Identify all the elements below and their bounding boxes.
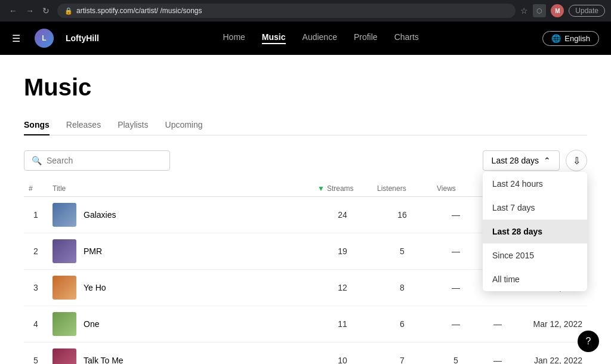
row-title: PMR xyxy=(48,233,313,270)
tab-releases[interactable]: Releases xyxy=(66,115,101,135)
url-text: artists.spotify.com/c/artist/ /music/son… xyxy=(76,7,202,15)
artist-avatar: L xyxy=(35,29,54,48)
row-streams: 19 xyxy=(313,233,372,270)
dropdown-last-28-days[interactable]: Last 28 days xyxy=(483,220,587,243)
search-icon: 🔍 xyxy=(32,156,42,165)
row-listeners: 16 xyxy=(372,197,432,233)
row-listeners: 7 xyxy=(372,343,432,365)
chevron-up-icon: ⌃ xyxy=(544,156,551,165)
browser-actions: ☆ ⬡ M Update xyxy=(520,4,605,17)
download-button[interactable]: ⇩ xyxy=(566,150,587,171)
browser-chrome: ← → ↻ 🔒 artists.spotify.com/c/artist/ /m… xyxy=(0,0,611,21)
tab-songs[interactable]: Songs xyxy=(24,115,50,135)
song-thumbnail xyxy=(53,312,76,336)
reload-button[interactable]: ↻ xyxy=(39,5,53,17)
col-header-title: Title xyxy=(48,181,313,197)
row-added: Jan 22, 2022 xyxy=(516,343,587,365)
dropdown-last-7-days[interactable]: Last 7 days xyxy=(483,196,587,220)
nav-links: Home Music Audience Profile Charts xyxy=(223,32,419,44)
tab-upcoming[interactable]: Upcoming xyxy=(165,115,203,135)
row-title: One xyxy=(48,306,313,343)
globe-icon: 🌐 xyxy=(551,34,561,43)
row-streams: 24 xyxy=(313,197,372,233)
row-views: — xyxy=(432,197,480,233)
row-saves: — xyxy=(480,306,516,343)
artist-name: LoftyHill xyxy=(66,33,99,43)
song-name: Ye Ho xyxy=(84,283,106,292)
row-saves: — xyxy=(480,343,516,365)
row-views: — xyxy=(432,233,480,270)
row-views: 5 xyxy=(432,343,480,365)
song-thumbnail xyxy=(53,276,76,300)
song-name: PMR xyxy=(84,246,102,256)
row-added: Mar 12, 2022 xyxy=(516,306,587,343)
language-label: English xyxy=(564,34,590,43)
page-title: Music xyxy=(24,74,587,101)
tab-playlists[interactable]: Playlists xyxy=(118,115,148,135)
row-views: — xyxy=(432,270,480,306)
language-button[interactable]: 🌐 English xyxy=(542,31,599,46)
main-content: Music Songs Releases Playlists Upcoming … xyxy=(0,55,611,364)
row-listeners: 8 xyxy=(372,270,432,306)
forward-button[interactable]: → xyxy=(23,5,37,17)
nav-home[interactable]: Home xyxy=(223,32,245,44)
back-button[interactable]: ← xyxy=(6,5,20,17)
nav-profile[interactable]: Profile xyxy=(354,32,378,44)
row-streams: 11 xyxy=(313,306,372,343)
hamburger-icon[interactable]: ☰ xyxy=(12,33,20,44)
col-header-num: # xyxy=(24,181,48,197)
bookmark-icon[interactable]: ☆ xyxy=(520,6,528,16)
date-filter-label: Last 28 days xyxy=(492,156,539,165)
col-header-streams[interactable]: ▼Streams xyxy=(313,181,372,197)
dropdown-all-time[interactable]: All time xyxy=(483,267,587,291)
row-num: 3 xyxy=(24,270,48,306)
address-bar[interactable]: 🔒 artists.spotify.com/c/artist/ /music/s… xyxy=(57,4,516,18)
update-button[interactable]: Update xyxy=(569,5,605,17)
browser-nav-buttons: ← → ↻ xyxy=(6,5,53,17)
nav-audience[interactable]: Audience xyxy=(303,32,337,44)
col-header-views[interactable]: Views xyxy=(432,181,480,197)
row-streams: 10 xyxy=(313,343,372,365)
nav-music[interactable]: Music xyxy=(262,32,286,44)
song-name: Talk To Me xyxy=(84,356,124,364)
nav-right: 🌐 English xyxy=(542,31,599,46)
nav-charts[interactable]: Charts xyxy=(394,32,419,44)
row-num: 2 xyxy=(24,233,48,270)
col-header-listeners[interactable]: Listeners xyxy=(372,181,432,197)
extensions-icon[interactable]: ⬡ xyxy=(533,4,546,17)
row-num: 4 xyxy=(24,306,48,343)
row-views: — xyxy=(432,306,480,343)
table-row[interactable]: 5 Talk To Me 10 7 5 — Jan 22, 2022 xyxy=(24,343,587,365)
song-name: Galaxies xyxy=(84,210,116,220)
date-filter-dropdown: Last 24 hours Last 7 days Last 28 days S… xyxy=(483,172,587,291)
browser-profile-avatar[interactable]: M xyxy=(551,4,564,17)
row-title: Talk To Me xyxy=(48,343,313,365)
row-num: 5 xyxy=(24,343,48,365)
dropdown-last-24-hours[interactable]: Last 24 hours xyxy=(483,172,587,196)
dropdown-since-2015[interactable]: Since 2015 xyxy=(483,243,587,267)
toolbar: 🔍 Last 28 days ⌃ ⇩ xyxy=(24,150,587,171)
song-thumbnail xyxy=(53,348,76,364)
row-title: Ye Ho xyxy=(48,270,313,306)
table-row[interactable]: 4 One 11 6 — — Mar 12, 2022 xyxy=(24,306,587,343)
help-button[interactable]: ? xyxy=(578,331,599,352)
row-streams: 12 xyxy=(313,270,372,306)
row-title: Galaxies xyxy=(48,197,313,233)
search-input[interactable] xyxy=(47,156,162,165)
download-icon: ⇩ xyxy=(573,155,581,166)
lock-icon: 🔒 xyxy=(64,7,73,15)
toolbar-right: Last 28 days ⌃ ⇩ xyxy=(483,150,587,171)
row-listeners: 6 xyxy=(372,306,432,343)
date-filter-button[interactable]: Last 28 days ⌃ xyxy=(483,150,560,171)
song-thumbnail xyxy=(53,239,76,263)
spotify-navbar: ☰ L LoftyHill Home Music Audience Profil… xyxy=(0,21,611,55)
tabs: Songs Releases Playlists Upcoming xyxy=(24,115,587,135)
row-listeners: 5 xyxy=(372,233,432,270)
row-num: 1 xyxy=(24,197,48,233)
song-name: One xyxy=(84,319,99,329)
song-thumbnail xyxy=(53,203,76,227)
search-box[interactable]: 🔍 xyxy=(24,150,170,171)
